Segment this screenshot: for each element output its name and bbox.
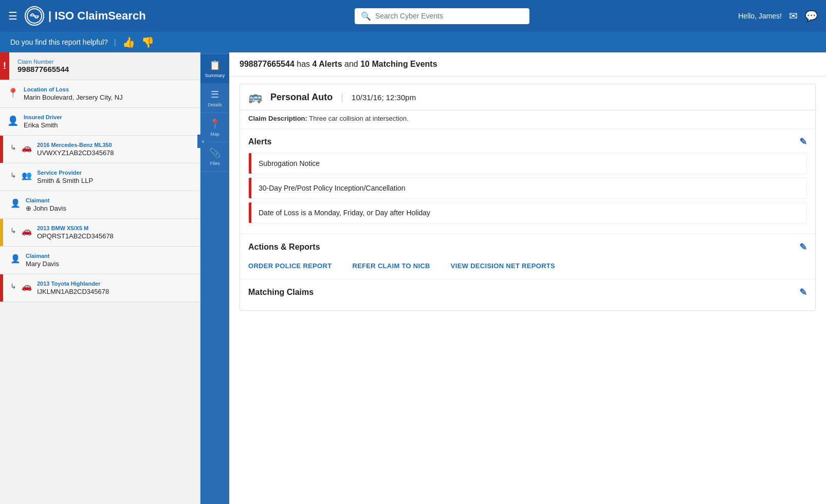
car-icon-3: 🚗 [22, 282, 32, 291]
claim-info: Claim Number 998877665544 [9, 52, 200, 80]
car-icon-2: 🚗 [22, 226, 32, 236]
car-icon: 🚗 [22, 143, 32, 153]
claimant2-content: Claimant Mary Davis [26, 253, 59, 268]
refer-claim-nicb-link[interactable]: REFER CLAIM TO NICB [352, 262, 430, 270]
claimant1-content: Claimant ⊕ John Davis [26, 197, 66, 212]
search-input[interactable] [375, 12, 523, 20]
feedback-bar: Do you find this report helpful? | 👍 👎 [0, 32, 826, 52]
alerts-title: Alerts ✎ [248, 136, 807, 147]
card-divider: | [341, 92, 343, 103]
service-content: Service Provider Smith & Smith LLP [37, 170, 93, 184]
bmw-label: 2013 BMW X5/X5 M [37, 225, 114, 231]
content-text-1: has [297, 60, 312, 68]
arrow-icon-2: ↳ [10, 171, 16, 179]
alert-text-2: 30-Day Pre/Post Policy Inception/Cancell… [251, 178, 413, 198]
content-claim-id: 998877665544 [240, 60, 295, 68]
sidebar-claimant-john[interactable]: 👤 Claimant ⊕ John Davis [0, 191, 200, 219]
auto-icon: 🚌 [248, 90, 262, 104]
content-text-2: and [344, 60, 360, 68]
actions-section: Actions & Reports ✎ ORDER POLICE REPORT … [240, 234, 815, 279]
collapse-sidebar-button[interactable]: ‹ [197, 135, 209, 148]
alert-item-2: 30-Day Pre/Post Policy Inception/Cancell… [248, 177, 807, 199]
main-content: 998877665544 has 4 Alerts and 10 Matchin… [229, 52, 826, 504]
vehicle-vin: UVWXYZ1AB2CD345678 [37, 149, 114, 157]
details-label: Details [208, 102, 222, 107]
feedback-divider: | [114, 38, 116, 46]
service-inner: ↳ 👥 Service Provider Smith & Smith LLP [3, 163, 200, 191]
person-icon-2: 👤 [10, 198, 21, 208]
claim-date: 10/31/16; 12:30pm [352, 93, 416, 102]
hello-text: Hello, James! [738, 12, 782, 20]
tab-summary[interactable]: 📋 Summary [200, 54, 229, 84]
service-label: Service Provider [37, 170, 93, 176]
toyota-inner: ↳ 🚗 2013 Toyota Highlander IJKLMN1AB2CD3… [3, 274, 200, 302]
actions-expand-icon[interactable]: ✎ [799, 241, 807, 253]
sidebar-item-location[interactable]: 📍 Location of Loss Marin Boulevard, Jers… [0, 80, 200, 108]
desc-value: Three car collision at intersection. [309, 115, 409, 122]
matching-claims-label: Matching Claims [248, 288, 314, 297]
alert-item-1: Subrogation Notice [248, 153, 807, 174]
chat-icon[interactable]: 💬 [805, 10, 818, 22]
tab-details[interactable]: ☰ Details [200, 84, 229, 113]
details-icon: ☰ [211, 89, 219, 100]
actions-row: ORDER POLICE REPORT REFER CLAIM TO NICB … [248, 258, 807, 272]
view-decision-net-link[interactable]: VIEW DECISION NET REPORTS [451, 262, 555, 270]
claim-number-value: 998877665544 [17, 65, 192, 73]
group-icon: 👥 [22, 171, 32, 180]
sidebar-claimant-mary[interactable]: 👤 Claimant Mary Davis [0, 247, 200, 274]
claim-type-label: Personal Auto [270, 92, 333, 103]
claim-card-header: 🚌 Personal Auto | 10/31/16; 12:30pm [240, 84, 815, 110]
matching-claims-expand-icon[interactable]: ✎ [799, 287, 807, 298]
claim-number-label: Claim Number [17, 59, 192, 65]
files-icon: 📎 [209, 147, 221, 159]
claimant2-label: Claimant [26, 253, 59, 259]
insured-driver-content: Insured Driver Erika Smith [24, 114, 62, 129]
claimant2-value: Mary Davis [26, 260, 59, 268]
actions-title: Actions & Reports ✎ [248, 241, 807, 253]
claimant1-value: ⊕ John Davis [26, 204, 66, 212]
left-sidebar: ! Claim Number 998877665544 📍 Location o… [0, 52, 200, 504]
files-label: Files [210, 161, 219, 166]
sidebar-vehicle-toyota[interactable]: ↳ 🚗 2013 Toyota Highlander IJKLMN1AB2CD3… [0, 274, 200, 302]
app-logo: | ISO ClaimSearch [25, 6, 146, 26]
main-wrapper: ! Claim Number 998877665544 📍 Location o… [0, 52, 826, 504]
search-icon: 🔍 [361, 11, 371, 21]
location-value: Marin Boulevard, Jersery City, NJ [24, 94, 123, 101]
vehicle-label: 2016 Mercedes-Benz ML350 [37, 142, 114, 148]
feedback-text: Do you find this report helpful? [10, 38, 108, 46]
thumbs-up-icon[interactable]: 👍 [122, 36, 135, 48]
nav-right: Hello, James! ✉ 💬 [738, 10, 818, 22]
sidebar-service-provider[interactable]: ↳ 👥 Service Provider Smith & Smith LLP [0, 163, 200, 191]
summary-label: Summary [205, 73, 225, 78]
vehicle-inner: ↳ 🚗 2016 Mercedes-Benz ML350 UVWXYZ1AB2C… [3, 136, 200, 163]
toyota-label: 2013 Toyota Highlander [37, 281, 109, 287]
order-police-report-link[interactable]: ORDER POLICE REPORT [248, 262, 332, 270]
sidebar-vehicle-mercedes[interactable]: ↳ 🚗 2016 Mercedes-Benz ML350 UVWXYZ1AB2C… [0, 136, 200, 163]
search-bar[interactable]: 🔍 [355, 8, 529, 24]
insured-driver-label: Insured Driver [24, 114, 62, 120]
person-icon: 👤 [7, 115, 19, 126]
hamburger-icon[interactable]: ☰ [8, 10, 17, 22]
location-icon: 📍 [7, 87, 19, 99]
map-icon: 📍 [209, 118, 221, 129]
toyota-vin: IJKLMN1AB2CD345678 [37, 288, 109, 295]
top-navigation: ☰ | ISO ClaimSearch 🔍 Hello, James! ✉ 💬 [0, 0, 826, 32]
thumbs-down-icon[interactable]: 👎 [141, 36, 154, 48]
matching-claims-section: Matching Claims ✎ [240, 279, 815, 310]
mail-icon[interactable]: ✉ [789, 10, 798, 22]
claim-description: Claim Description: Three car collision a… [240, 110, 815, 129]
map-label: Map [210, 132, 219, 137]
summary-icon: 📋 [209, 60, 221, 71]
matching-claims-title: Matching Claims ✎ [248, 287, 807, 298]
sidebar-item-insured-driver[interactable]: 👤 Insured Driver Erika Smith [0, 108, 200, 136]
sidebar-vehicle-bmw[interactable]: ↳ 🚗 2013 BMW X5/X5 M OPQRST1AB2CD345678 [0, 219, 200, 247]
alerts-expand-icon[interactable]: ✎ [799, 136, 807, 147]
content-matching-count: 10 Matching Events [360, 60, 437, 68]
alert-item-3: Date of Loss is a Monday, Friday, or Day… [248, 202, 807, 223]
content-alerts-count: 4 Alerts [312, 60, 342, 68]
claim-card: 🚌 Personal Auto | 10/31/16; 12:30pm Clai… [240, 84, 816, 311]
insured-driver-value: Erika Smith [24, 121, 62, 129]
vehicle-content: 2016 Mercedes-Benz ML350 UVWXYZ1AB2CD345… [37, 142, 114, 157]
bmw-inner: ↳ 🚗 2013 BMW X5/X5 M OPQRST1AB2CD345678 [3, 219, 200, 246]
service-value: Smith & Smith LLP [37, 177, 93, 184]
